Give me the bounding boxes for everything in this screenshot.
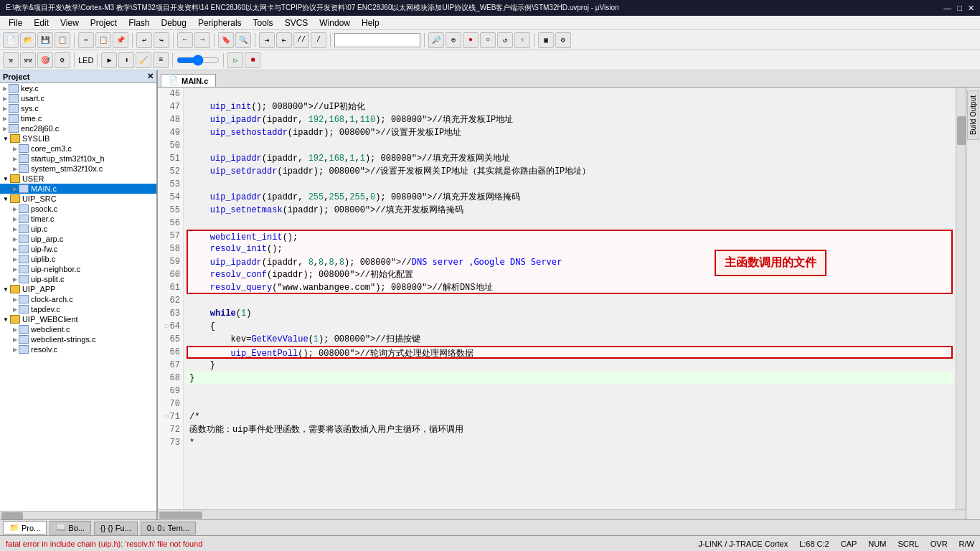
indent-btn[interactable]: ⇥	[259, 32, 275, 48]
tree-item-uip-c[interactable]: ▶uip.c	[0, 224, 156, 234]
editor-tabs: 📄 MAIN.c	[158, 70, 980, 88]
redo-btn[interactable]: ↪	[154, 32, 169, 48]
menu-svcs[interactable]: SVCS	[279, 18, 314, 28]
download-btn[interactable]: ⬇	[118, 52, 134, 68]
line-number-64: □64	[158, 320, 183, 333]
vertical-scrollbar[interactable]	[956, 88, 966, 509]
tree-item-psock-c[interactable]: ▶psock.c	[0, 204, 156, 214]
menu-flash[interactable]: Flash	[123, 18, 155, 28]
zoom-slider[interactable]	[176, 55, 220, 66]
tree-item-webclient-c[interactable]: ▶webclient.c	[0, 324, 156, 334]
tree-item-UIP-SRC[interactable]: ▼UIP_SRC	[0, 194, 156, 204]
reset-btn[interactable]: ↺	[497, 32, 513, 48]
line-number-51: 51	[158, 152, 183, 165]
tab-main-c[interactable]: 📄 MAIN.c	[161, 74, 216, 87]
copy-btn[interactable]: 📋	[95, 32, 111, 48]
tree-item-startup-stm32f10x-h[interactable]: ▶startup_stm32f10x_h	[0, 154, 156, 164]
toolbar-row-2: ⚒ ⚒⚒ 🎯 ⚙ LED ▶ ⬇ 🧹 ≡ ▷ ■	[0, 50, 980, 70]
tree-item-timer-c[interactable]: ▶timer.c	[0, 214, 156, 224]
tree-item-USER[interactable]: ▼USER	[0, 174, 156, 184]
bottom-tab-functions[interactable]: {} {} Fu...	[94, 522, 138, 534]
window-btn[interactable]: ▣	[538, 32, 554, 48]
paste-btn[interactable]: 📌	[113, 32, 128, 48]
find-btn[interactable]: 🔎	[428, 32, 444, 48]
open-file-btn[interactable]: 📂	[20, 32, 36, 48]
code-line-69	[187, 385, 953, 397]
tree-item-sys-c[interactable]: ▶sys.c	[0, 103, 156, 113]
save-btn[interactable]: 💾	[37, 32, 53, 48]
bookmark-btn[interactable]: 🔖	[218, 32, 234, 48]
line-number-61: 61	[158, 281, 183, 294]
line-number-53: 53	[158, 178, 183, 191]
undo-btn[interactable]: ↩	[136, 32, 152, 48]
line-number-58: 58	[158, 242, 183, 255]
bottom-tab-book[interactable]: 📖 Bo...	[50, 521, 91, 534]
start-debug-btn[interactable]: ▶	[101, 52, 117, 68]
uncomment-btn[interactable]: /	[311, 32, 326, 48]
minimize-button[interactable]: —	[943, 4, 951, 13]
tree-item-time-c[interactable]: ▶time.c	[0, 113, 156, 123]
menu-debug[interactable]: Debug	[156, 18, 192, 28]
code-line-56	[187, 217, 953, 230]
settings-btn[interactable]: ⚙	[555, 32, 571, 48]
save-all-btn[interactable]: 📋	[55, 32, 70, 48]
tree-item-uip-arp-c[interactable]: ▶uip_arp.c	[0, 234, 156, 244]
tree-item-uiplib-c[interactable]: ▶uiplib.c	[0, 254, 156, 264]
clean-btn[interactable]: 🧹	[136, 52, 151, 68]
tree-item-SYSLIB[interactable]: ▼SYSLIB	[0, 133, 156, 143]
tree-item-system-stm32f10x-c[interactable]: ▶system_stm32f10x.c	[0, 164, 156, 174]
manage-btn[interactable]: ⚙	[55, 52, 70, 68]
code-editor[interactable]: uip_init(); 008000">//uIP初始化 uip_ipaddr(…	[184, 88, 956, 509]
bottom-tab-project[interactable]: 📁 Pro...	[3, 521, 47, 534]
run-btn[interactable]: ●	[463, 32, 479, 48]
tree-item-webclient-strings-c[interactable]: ▶webclient-strings.c	[0, 334, 156, 344]
menu-tools[interactable]: Tools	[248, 18, 279, 28]
tree-item-enc28j60-c[interactable]: ▶enc28j60.c	[0, 123, 156, 133]
batch-btn[interactable]: ≡	[153, 52, 169, 68]
nav-fwd-btn[interactable]: →	[194, 32, 210, 48]
close-button[interactable]: ✕	[968, 4, 974, 13]
search-input[interactable]: resolv_found	[334, 33, 420, 47]
menu-window[interactable]: Window	[314, 18, 356, 28]
tree-item-core-cm3-c[interactable]: ▶core_cm3.c	[0, 143, 156, 154]
menu-file[interactable]: File	[3, 18, 28, 28]
build-btn[interactable]: ⚒	[3, 52, 19, 68]
rebuild-btn[interactable]: ⚒⚒	[20, 52, 36, 68]
horizontal-scrollbar[interactable]	[158, 509, 966, 519]
nav-back-btn[interactable]: ←	[177, 32, 193, 48]
tree-item-uip-split-c[interactable]: ▶uip-split.c	[0, 274, 156, 284]
tree-item-UIP-WEBClient[interactable]: ▼UIP_WEBClient	[0, 314, 156, 324]
project-horizontal-scrollbar[interactable]	[0, 511, 156, 519]
flash-btn[interactable]: ⚡	[514, 32, 530, 48]
tree-item-usart-c[interactable]: ▶usart.c	[0, 93, 156, 103]
debug-go-btn[interactable]: ▷	[227, 52, 243, 68]
tree-item-resolv-c[interactable]: ▶resolv.c	[0, 344, 156, 354]
menu-peripherals[interactable]: Peripherals	[192, 18, 248, 28]
cut-btn[interactable]: ✂	[78, 32, 94, 48]
menu-project[interactable]: Project	[85, 18, 123, 28]
stop-btn[interactable]: ○	[480, 32, 496, 48]
target-btn[interactable]: ⊕	[446, 32, 461, 48]
new-file-btn[interactable]: 📄	[3, 32, 19, 48]
tree-item-clock-arch-c[interactable]: ▶clock-arch.c	[0, 294, 156, 304]
comment-btn[interactable]: //	[293, 32, 309, 48]
project-close-icon[interactable]: ✕	[147, 72, 154, 81]
menu-view[interactable]: View	[55, 18, 85, 28]
outdent-btn[interactable]: ⇤	[276, 32, 292, 48]
tree-item-uip-fw-c[interactable]: ▶uip-fw.c	[0, 244, 156, 254]
menu-help[interactable]: Help	[356, 18, 385, 28]
stop-debug-btn[interactable]: ■	[245, 52, 260, 68]
maximize-button[interactable]: □	[957, 4, 962, 13]
tree-item-uip-neighbor-c[interactable]: ▶uip-neighbor.c	[0, 264, 156, 274]
tree-item-tapdev-c[interactable]: ▶tapdev.c	[0, 304, 156, 314]
num-indicator: NUM	[868, 540, 886, 548]
tree-item-MAIN-c[interactable]: ▶MAIN.c	[0, 184, 156, 194]
tree-item-UIP-APP[interactable]: ▼UIP_APP	[0, 284, 156, 294]
search-btn[interactable]: 🔍	[235, 32, 251, 48]
menu-edit[interactable]: Edit	[28, 18, 55, 28]
code-line-55: uip_setnetmask(ipaddr); 008000">//填充开发板网…	[187, 204, 953, 217]
tree-item-key-c[interactable]: ▶key.c	[0, 83, 156, 93]
bottom-tab-templates[interactable]: 0↓ 0↓ Tem...	[141, 522, 196, 534]
target-options-btn[interactable]: 🎯	[37, 52, 53, 68]
build-output-btn[interactable]: Build Output	[967, 90, 979, 140]
